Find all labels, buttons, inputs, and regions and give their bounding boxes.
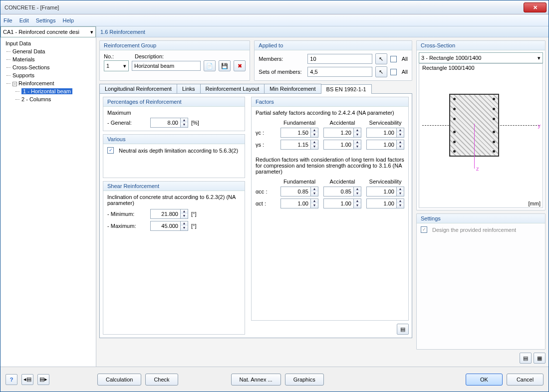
members-label: Members: — [259, 56, 304, 62]
cancel-button[interactable]: Cancel — [507, 374, 544, 386]
gs-acc[interactable]: 1.00▲▼ — [323, 140, 361, 150]
act-serv[interactable]: 1.00▲▼ — [366, 198, 404, 208]
act-acc[interactable]: 1.00▲▼ — [323, 198, 361, 208]
tree-materials[interactable]: Materials — [3, 55, 93, 63]
tabstrip: Longitudinal Reinforcement Links Reinfor… — [99, 84, 412, 338]
menu-settings[interactable]: Settings — [36, 17, 56, 23]
delete-icon[interactable]: ✖ — [234, 60, 246, 71]
tree-general[interactable]: General Data — [3, 47, 93, 55]
prev-icon[interactable]: ◂▤ — [21, 374, 33, 385]
tab-links[interactable]: Links — [177, 84, 201, 93]
psf-label: Partial safety factors according to 2.4.… — [256, 110, 404, 116]
desc-label: Description: — [135, 53, 164, 59]
no-combo[interactable]: 1▾ — [104, 60, 129, 71]
close-button[interactable]: ✕ — [524, 2, 547, 12]
factors-box: Factors Partial safety factors according… — [251, 97, 409, 321]
copy-icon[interactable]: 💾 — [219, 60, 231, 71]
rf-label: Reduction factors with consideration of … — [256, 157, 404, 175]
natannex-button[interactable]: Nat. Annex ... — [231, 374, 281, 386]
collapse-icon[interactable]: − — [12, 82, 17, 86]
tab-long[interactable]: Longitudinal Reinforcement — [99, 84, 177, 93]
calc-button[interactable]: Calculation — [97, 374, 141, 386]
reinf-group-box: Reinforcement Group No.: Description: 1▾… — [99, 40, 250, 81]
sidebar: CA1 - Reinforced concrete desi▾ Input Da… — [0, 26, 96, 367]
percentages-box: Percentages of Reinforcement Maximum - G… — [103, 97, 245, 131]
general-spin[interactable]: 8.00▲▼ — [150, 118, 188, 128]
tree-supports[interactable]: Supports — [3, 71, 93, 79]
gs-fund[interactable]: 1.15▲▼ — [280, 140, 318, 150]
cross-section-box: Cross-Section 3 - Rectangle 1000/1400▾ R… — [416, 40, 546, 210]
tree-root[interactable]: Input Data — [3, 39, 93, 47]
case-combo[interactable]: CA1 - Reinforced concrete desi▾ — [0, 26, 96, 37]
page-title: 1.6 Reinforcement — [96, 26, 549, 37]
various-box: Various ✓Neutral axis depth limitation a… — [103, 134, 245, 178]
bottom-bar: ? ◂▤ ▤▸ Calculation Check Nat. Annex ...… — [0, 367, 549, 392]
neutral-chk[interactable]: ✓ — [107, 147, 114, 154]
cs-preview: Rectangle 1000/1400 — [419, 63, 543, 208]
nav-tree: Input Data General Data Materials Cross-… — [0, 37, 96, 105]
shear-box: Shear Reinforcement Inclination of concr… — [103, 181, 245, 335]
gc-acc[interactable]: 1.20▲▼ — [323, 128, 361, 138]
shear-max-spin[interactable]: 45.000▲▼ — [150, 221, 188, 231]
tab-bsen[interactable]: BS EN 1992-1-1 — [321, 84, 372, 94]
menu-file[interactable]: File — [3, 17, 12, 23]
menubar: File Edit Settings Help — [0, 14, 549, 26]
help-icon[interactable]: ? — [5, 374, 17, 385]
reinf-group-title: Reinforcement Group — [100, 41, 250, 50]
acc-fund[interactable]: 0.85▲▼ — [280, 187, 318, 196]
sets-field[interactable]: 4,5 — [307, 67, 372, 77]
desc-field[interactable]: Horizontal beam — [132, 61, 201, 71]
max-label: Maximum — [107, 110, 241, 116]
act-fund[interactable]: 1.00▲▼ — [280, 198, 318, 208]
pick-members-icon[interactable]: ↖ — [375, 53, 387, 64]
cs-library-icon[interactable]: ▤ — [520, 353, 532, 364]
check-button[interactable]: Check — [145, 374, 178, 386]
design-chk: ✓ — [421, 226, 427, 233]
window-title: CONCRETE - [Frame] — [2, 4, 524, 10]
new-icon[interactable]: 📄 — [204, 60, 216, 71]
details-icon[interactable]: ▤ — [397, 324, 409, 335]
tab-min[interactable]: Min Reinforcement — [264, 84, 321, 93]
pick-sets-icon[interactable]: ↖ — [375, 66, 387, 77]
applied-to-title: Applied to — [255, 41, 412, 50]
no-label: No.: — [104, 53, 126, 59]
tab-layout[interactable]: Reinforcement Layout — [200, 84, 265, 93]
cs-info-icon[interactable]: ▦ — [534, 353, 546, 364]
case-combo-label: CA1 - Reinforced concrete desi — [3, 29, 79, 35]
next-icon[interactable]: ▤▸ — [37, 374, 49, 385]
sets-label: Sets of members: — [259, 69, 304, 75]
tree-cs[interactable]: Cross-Sections — [3, 63, 93, 71]
members-field[interactable]: 10 — [307, 54, 372, 64]
acc-serv[interactable]: 1.00▲▼ — [366, 187, 404, 196]
gc-serv[interactable]: 1.00▲▼ — [366, 128, 404, 138]
ok-button[interactable]: OK — [466, 374, 503, 386]
acc-acc[interactable]: 0.85▲▼ — [323, 187, 361, 196]
members-all-chk[interactable] — [390, 56, 397, 62]
sets-all-chk[interactable] — [390, 69, 397, 75]
tree-reinf-2[interactable]: 2 - Columns — [3, 95, 93, 103]
menu-help[interactable]: Help — [62, 17, 74, 23]
gc-fund[interactable]: 1.50▲▼ — [280, 128, 318, 138]
incl-label: Inclination of concrete strut according … — [107, 194, 241, 206]
app-window: CONCRETE - [Frame] ✕ File Edit Settings … — [0, 0, 549, 392]
settings-box: Settings ✓Design the provided reinforcem… — [416, 213, 546, 350]
applied-to-box: Applied to Members: 10 ↖ All Sets of mem… — [254, 40, 412, 81]
graphics-button[interactable]: Graphics — [285, 374, 324, 386]
tree-reinf[interactable]: −Reinforcement — [3, 79, 93, 87]
menu-edit[interactable]: Edit — [19, 17, 29, 23]
titlebar: CONCRETE - [Frame] ✕ — [0, 0, 549, 14]
cs-combo[interactable]: 3 - Rectangle 1000/1400▾ — [419, 52, 543, 63]
gs-serv[interactable]: 1.00▲▼ — [366, 140, 404, 150]
tree-reinf-1[interactable]: 1 - Horizontal beam — [3, 87, 93, 95]
shear-min-spin[interactable]: 21.800▲▼ — [150, 209, 188, 219]
